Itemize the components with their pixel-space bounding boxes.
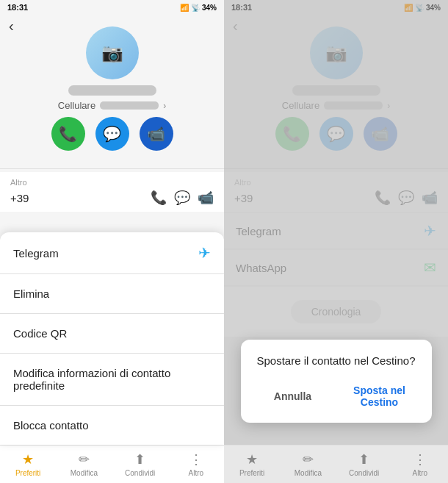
right-star-icon: ★ [246, 451, 258, 468]
dialog-buttons: Annulla Sposta nel Cestino [253, 377, 420, 415]
left-edit-icon: ✏ [79, 451, 90, 468]
left-back-button[interactable]: ‹ [9, 18, 14, 35]
left-bottom-nav: ★ Preferiti ✏ Modifica ⬆ Condividi ⋮ Alt… [0, 445, 224, 483]
right-modifica-nav-label: Modifica [295, 469, 322, 477]
left-more-icon: ⋮ [189, 451, 203, 468]
left-message-button[interactable]: 💬 [95, 117, 129, 151]
left-menu-telegram[interactable]: Telegram ✈ [0, 235, 224, 271]
left-telegram-label: Telegram [13, 247, 59, 260]
right-preferiti-label: Preferiti [239, 469, 264, 477]
left-menu-modifica[interactable]: Modifica informazioni di contatto predef… [0, 357, 224, 402]
right-nav-preferiti[interactable]: ★ Preferiti [224, 451, 280, 477]
wifi-icon: 📶 [180, 4, 189, 12]
right-condividi-label: Condividi [349, 469, 379, 477]
avatar-icon: 📷 [101, 43, 123, 63]
right-edit-icon: ✏ [303, 451, 314, 468]
dim-overlay: Spostare il contatto nel Cestino? Annull… [224, 0, 448, 445]
delete-dialog: Spostare il contatto nel Cestino? Annull… [241, 340, 432, 423]
left-chevron-icon: › [163, 101, 166, 111]
right-bottom-nav: ★ Preferiti ✏ Modifica ⬆ Condividi ⋮ Alt… [224, 445, 448, 483]
left-modifica-nav-label: Modifica [71, 469, 98, 477]
left-row-msg-icon[interactable]: 💬 [174, 190, 190, 206]
left-menu-divider-1 [0, 273, 224, 274]
left-condividi-label: Condividi [125, 469, 155, 477]
left-modifica-label: Modifica informazioni di contatto predef… [13, 367, 211, 392]
left-status-bar: 18:31 📶 📡 34% [0, 0, 224, 15]
left-menu-elimina[interactable]: Elimina [0, 277, 224, 310]
left-nav-altro[interactable]: ⋮ Altro [168, 451, 224, 477]
left-cellulare-label: Cellulare [58, 100, 95, 111]
left-blocca-label: Blocca contatto [13, 419, 89, 432]
left-menu-qr[interactable]: Codice QR [0, 317, 224, 350]
right-nav-condividi[interactable]: ⬆ Condividi [336, 451, 392, 477]
signal-icon: 📡 [191, 4, 200, 12]
left-phone-row: +39 📞 💬 📹 [10, 190, 214, 206]
left-preferiti-label: Preferiti [15, 469, 40, 477]
left-altro-nav-label: Altro [189, 469, 204, 477]
right-nav-modifica[interactable]: ✏ Modifica [280, 451, 336, 477]
left-avatar: 📷 [86, 26, 139, 79]
left-contact-header: 📷 Cellulare › 📞 💬 📹 [0, 15, 224, 165]
left-elimina-label: Elimina [13, 287, 49, 300]
right-phone-panel: 18:31 📶 📡 34% ‹ 📷 Cellulare › 📞 💬 📹 Altr… [224, 0, 448, 483]
left-video-button[interactable]: 📹 [140, 117, 173, 151]
left-phone-row-icons: 📞 💬 📹 [151, 190, 214, 206]
right-more-icon: ⋮ [413, 451, 427, 468]
sposta-button[interactable]: Sposta nel Cestino [339, 377, 420, 415]
left-dropdown-menu: Telegram ✈ Elimina Codice QR Modifica in… [0, 232, 224, 445]
left-star-icon: ★ [22, 451, 34, 468]
left-row-video-icon[interactable]: 📹 [198, 190, 214, 206]
left-nav-condividi[interactable]: ⬆ Condividi [112, 451, 168, 477]
left-nav-preferiti[interactable]: ★ Preferiti [0, 451, 56, 477]
left-nav-modifica[interactable]: ✏ Modifica [56, 451, 112, 477]
left-cellulare-row: Cellulare › [58, 100, 166, 111]
left-menu-divider-4 [0, 405, 224, 406]
right-altro-nav-label: Altro [413, 469, 428, 477]
left-call-button[interactable]: 📞 [51, 117, 85, 151]
left-altro-label: Altro [10, 178, 214, 187]
annulla-button[interactable]: Annulla [253, 377, 333, 415]
battery-text: 34% [202, 4, 217, 12]
right-share-icon: ⬆ [358, 451, 369, 468]
left-row-call-icon[interactable]: 📞 [151, 190, 167, 206]
left-menu-divider-3 [0, 353, 224, 354]
left-share-icon: ⬆ [134, 451, 145, 468]
right-nav-altro[interactable]: ⋮ Altro [392, 451, 448, 477]
left-status-icons: 📶 📡 34% [180, 4, 217, 12]
dialog-title: Spostare il contatto nel Cestino? [253, 354, 420, 367]
left-menu-divider-2 [0, 313, 224, 314]
left-divider-1 [0, 168, 224, 169]
left-menu-blocca[interactable]: Blocca contatto [0, 409, 224, 442]
left-phone-number: +39 [10, 192, 145, 204]
left-status-time: 18:31 [7, 3, 28, 12]
left-action-buttons: 📞 💬 📹 [51, 117, 173, 151]
left-contact-name [68, 85, 156, 96]
left-phone-blur [100, 101, 159, 110]
left-qr-label: Codice QR [13, 327, 67, 340]
telegram-icon: ✈ [198, 244, 211, 262]
left-altro-section: Altro +39 📞 💬 📹 [0, 172, 224, 212]
left-phone-panel: 18:31 📶 📡 34% ‹ 📷 Cellulare › 📞 💬 📹 Altr… [0, 0, 224, 483]
